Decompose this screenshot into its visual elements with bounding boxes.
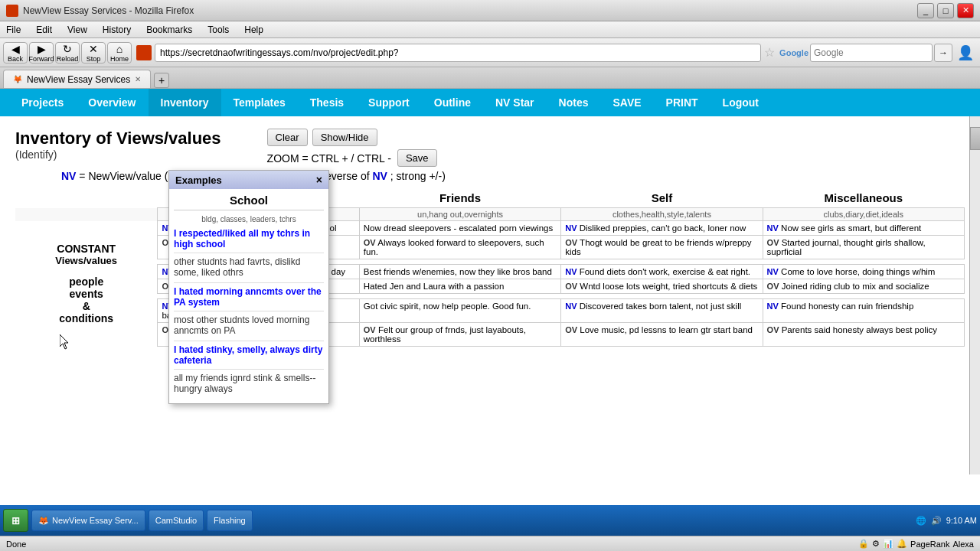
browser-extra-icon: 👤 [954,44,977,61]
browser-title: NewView Essay Services - Mozilla Firefox [23,5,917,16]
misc-nv-3[interactable]: NV Found honesty can ruin friendship [763,299,964,323]
nav-overview[interactable]: Overview [76,89,148,116]
alexa-label: Alexa [952,540,974,549]
nav-save[interactable]: SAVE [600,89,653,116]
self-ov-3[interactable]: OV Love music, pd lessns to learn gtr st… [561,323,763,347]
misc-nv-2[interactable]: NV Come to love horse, doing things w/hi… [763,265,964,279]
taskbar-btn-3[interactable]: Flashing [207,510,253,531]
url-favicon [136,45,152,60]
reload-button[interactable]: ↻ Reload [55,42,80,64]
menu-tools[interactable]: Tools [204,24,232,36]
self-ov-2[interactable]: OV Wntd loose lots weight, tried shortcu… [561,279,763,294]
tab-close-icon[interactable]: ✕ [135,75,141,83]
self-nv-3[interactable]: NV Discovered takes born talent, not jus… [561,299,763,323]
taskbar-btn-2[interactable]: CamStudio [149,510,204,531]
url-bar-wrap: ☆ [136,44,775,62]
forward-button[interactable]: ▶ Forward [29,42,54,64]
tab-add-button[interactable]: + [154,73,169,88]
friends-nv2b[interactable]: Hated Jen and Laura with a passion [359,279,560,294]
left-label: CONSTANT Views/values people events & co… [15,221,158,347]
page-header: Inventory of Views/values (Identify) Cle… [15,129,965,167]
table-row: OV OV Always looked forward to sleepover… [15,236,965,259]
app-nav: Projects Overview Inventory Templates Th… [0,89,980,116]
misc-ov-3[interactable]: OV Parents said honesty always best poli… [763,323,964,347]
popup-entry-3: I hated stinky, smelly, always dirty caf… [174,344,324,394]
window-controls: _ □ ✕ [917,3,974,18]
page-rank-label: PageRank [910,540,949,549]
self-ov-1[interactable]: OV Thogt would be great to be friends w/… [561,236,763,259]
system-tray-icon-1: 🌐 [916,516,926,526]
nav-notes[interactable]: Notes [547,89,601,116]
nav-inventory[interactable]: Inventory [149,89,221,116]
nav-print[interactable]: PRINT [654,89,710,116]
menu-file[interactable]: File [3,24,24,36]
stop-button[interactable]: ✕ Stop [81,42,106,64]
menu-edit[interactable]: Edit [33,24,55,36]
col-header-empty [15,188,158,208]
taskbar-right: 🌐 🔊 9:10 AM [916,516,977,526]
nav-projects[interactable]: Projects [9,89,76,116]
friends-ov-1[interactable]: OV Always looked forward to sleepovers, … [359,236,560,259]
back-button[interactable]: ◀ Back [3,42,28,64]
tabs-bar: 🦊 NewView Essay Services ✕ + [0,67,980,89]
search-input[interactable] [810,44,933,62]
nav-templates[interactable]: Templates [221,89,298,116]
page-title: Inventory of Views/values [15,129,221,148]
close-button[interactable]: ✕ [957,3,974,18]
taskbar: ⊞ 🦊 NewView Essay Serv... CamStudio Flas… [0,505,980,536]
friends-ov-3[interactable]: OV Felt our group of frnds, just layabou… [359,323,560,347]
nav-support[interactable]: Support [356,89,422,116]
friends-nv-2[interactable]: Best friends w/enemies, now they like br… [359,265,560,279]
popup-section-sub: bldg, classes, leaders, tchrs [174,215,324,223]
subheader-friends: un,hang out,overnights [359,208,560,221]
nav-bar: ◀ Back ▶ Forward ↻ Reload ✕ Stop ⌂ Home … [0,38,980,67]
status-icon-2: ⚙ [872,539,880,549]
nv-label-2: NV [372,170,387,182]
nav-nvstar[interactable]: NV Star [483,89,547,116]
misc-ov-1[interactable]: OV Started journal, thought girls shallo… [763,236,964,259]
misc-ov-2[interactable]: OV Joined riding club to mix and sociali… [763,279,964,294]
col-header-misc: Miscellaneous [763,188,964,208]
google-logo: Google [779,48,808,57]
table-row: OV Hated Jen and Laura with a passion OV… [15,279,965,294]
clear-button[interactable]: Clear [267,129,308,146]
save-button[interactable]: Save [397,149,437,167]
browser-favicon [6,5,18,17]
menu-history[interactable]: History [100,24,134,36]
taskbar-btn-1[interactable]: 🦊 NewView Essay Serv... [31,510,145,531]
self-nv-1[interactable]: NV Disliked preppies, can't go back, lon… [561,221,763,236]
nav-logout[interactable]: Logout [710,89,771,116]
menu-view[interactable]: View [64,24,90,36]
show-hide-button[interactable]: Show/Hide [312,129,377,146]
system-tray-icon-2: 🔊 [931,516,942,526]
scrollbar-thumb[interactable] [970,127,980,150]
misc-nv-1[interactable]: NV Now see girls as smart, but different [763,221,964,236]
friends-nv-3[interactable]: Got civic spirit, now help people. Good … [359,299,560,323]
home-button[interactable]: ⌂ Home [107,42,132,64]
tab-main[interactable]: 🦊 NewView Essay Services ✕ [3,70,151,88]
menu-bookmarks[interactable]: Bookmarks [143,24,195,36]
maximize-button[interactable]: □ [937,3,954,18]
table-row: CONSTANT Views/values people events & co… [15,221,965,236]
scrollbar-vertical[interactable] [969,116,980,474]
popup-close-button[interactable]: × [316,174,322,186]
friends-nv-1[interactable]: Now dread sleepovers - escalated porn vi… [359,221,560,236]
table-row: NV I hated the dirty, smelly, always mes… [15,299,965,323]
start-icon: ⊞ [11,515,20,527]
nav-thesis[interactable]: Thesis [298,89,356,116]
menu-help[interactable]: Help [241,24,266,36]
search-go-button[interactable]: → [934,44,952,62]
nav-outline[interactable]: Outline [422,89,483,116]
self-nv-2[interactable]: NV Found diets don't work, exercise & ea… [561,265,763,279]
start-button[interactable]: ⊞ [3,509,28,532]
popup-entry-2: I hated morning anncmts over the PA syst… [174,286,324,336]
menu-bar: File Edit View History Bookmarks Tools H… [0,21,980,38]
popup-title: Examples [175,174,222,186]
popup-header: Examples × [169,171,328,189]
minimize-button[interactable]: _ [917,3,934,18]
url-input[interactable] [155,44,761,62]
table-row: OV OV Felt our group of frnds, just laya… [15,323,965,347]
popup-entry-1: I respected/liked all my tchrs in high s… [174,228,324,278]
bookmark-star-icon[interactable]: ☆ [764,45,775,60]
main-content: Inventory of Views/values (Identify) Cle… [0,116,980,474]
